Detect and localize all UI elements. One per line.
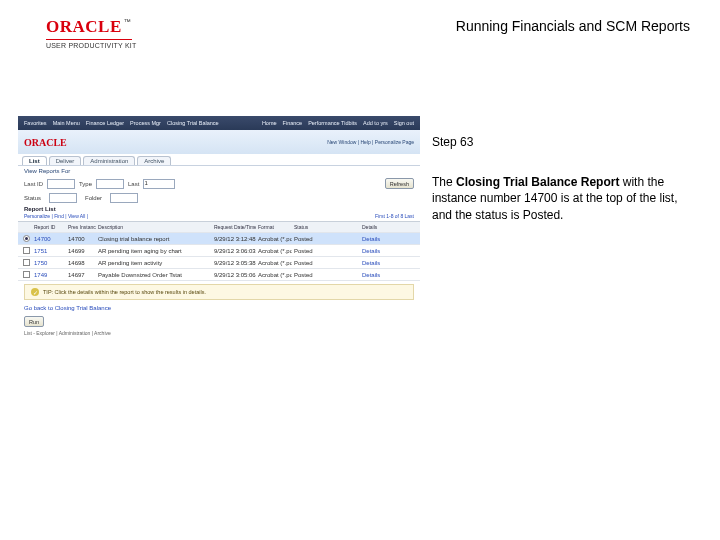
col-details: Details <box>360 224 390 230</box>
cell-report-id[interactable]: 1749 <box>32 272 66 278</box>
cell-format: Acrobat (*.pdf) <box>256 236 292 242</box>
tip-icon: ✓ <box>31 288 39 296</box>
cell-status: Posted <box>292 260 328 266</box>
col-instance: Pres Instance <box>66 224 96 230</box>
filter-row-1: Last ID Type Last 1 Refresh <box>18 176 420 191</box>
cell-format: Acrobat (*.pdf) <box>256 248 292 254</box>
select-type[interactable] <box>96 179 124 189</box>
cell-format: Acrobat (*.pdf) <box>256 272 292 278</box>
label-status: Status <box>24 195 41 201</box>
col-datetime: Request Date/Time <box>212 224 256 230</box>
topbar-item[interactable]: Finance <box>283 120 303 126</box>
cell-instance: 14699 <box>66 248 96 254</box>
embedded-screenshot: Favorites Main Menu Finance Ledger Proce… <box>18 116 420 334</box>
cell-report-id[interactable]: 1750 <box>32 260 66 266</box>
report-grid: Report ID Pres Instance Description Requ… <box>18 221 420 281</box>
label-lastid: Last ID <box>24 181 43 187</box>
cell-status: Posted <box>292 248 328 254</box>
cell-instance: 14700 <box>66 236 96 242</box>
logo-subtitle: USER PRODUCTIVITY KIT <box>46 42 136 49</box>
tab-list[interactable]: List <box>22 156 47 165</box>
grid-meta-right[interactable]: First 1-8 of 8 Last <box>375 213 414 219</box>
col-description: Description <box>96 224 212 230</box>
logo-tm: ™ <box>124 18 131 25</box>
col-status: Status <box>292 224 328 230</box>
cell-datetime: 9/29/12 3:12:48PM <box>212 236 256 242</box>
tab-deliver[interactable]: Deliver <box>49 156 82 165</box>
table-row[interactable]: 14700 14700 Closing trial balance report… <box>18 233 420 245</box>
col-report-id: Report ID <box>32 224 66 230</box>
label-last: Last <box>128 181 139 187</box>
cell-format: Acrobat (*.pdf) <box>256 260 292 266</box>
run-button[interactable]: Run <box>24 316 44 327</box>
cell-description: Closing trial balance report <box>96 236 212 242</box>
cell-status: Posted <box>292 272 328 278</box>
app-topbar: Favorites Main Menu Finance Ledger Proce… <box>18 116 420 130</box>
grid-meta-left[interactable]: Personalize | Find | View All | <box>24 213 88 219</box>
logo-text: ORACLE <box>46 17 122 36</box>
table-row[interactable]: 1750 14698 AR pending item activity 9/29… <box>18 257 420 269</box>
select-folder[interactable] <box>110 193 138 203</box>
oracle-logo: ORACLE™ USER PRODUCTIVITY KIT <box>46 18 136 49</box>
cell-datetime: 9/29/12 3:05:38PM <box>212 260 256 266</box>
table-row[interactable]: 1751 14699 AR pending item aging by char… <box>18 245 420 257</box>
cell-details[interactable]: Details <box>360 272 390 278</box>
cell-report-id[interactable]: 1751 <box>32 248 66 254</box>
tab-archive[interactable]: Archive <box>137 156 171 165</box>
label-folder: Folder <box>85 195 102 201</box>
footer-links[interactable]: List - Explorer | Administration | Archi… <box>18 330 420 336</box>
topbar-item[interactable]: Closing Trial Balance <box>167 120 219 126</box>
step-label: Step 63 <box>432 134 692 150</box>
cell-instance: 14697 <box>66 272 96 278</box>
cell-instance: 14698 <box>66 260 96 266</box>
topbar-item[interactable]: Main Menu <box>53 120 80 126</box>
input-last[interactable]: 1 <box>143 179 175 189</box>
row-checkbox[interactable] <box>23 247 30 254</box>
row-radio[interactable] <box>23 235 30 242</box>
tip-banner: ✓ TIP: Click the details within the repo… <box>24 284 414 300</box>
cell-details[interactable]: Details <box>360 260 390 266</box>
cell-report-id[interactable]: 14700 <box>32 236 66 242</box>
tab-bar: List Deliver Administration Archive <box>18 154 420 166</box>
page-actions[interactable]: New Window | Help | Personalize Page <box>327 139 414 145</box>
topbar-item[interactable]: Sign out <box>394 120 414 126</box>
select-lastid[interactable] <box>47 179 75 189</box>
label-type: Type <box>79 181 92 187</box>
cell-datetime: 9/29/12 3:05:06PM <box>212 272 256 278</box>
topbar-item[interactable]: Favorites <box>24 120 47 126</box>
cell-description: AR pending item activity <box>96 260 212 266</box>
select-status[interactable] <box>49 193 77 203</box>
report-list-header: Report List <box>18 205 420 213</box>
topbar-item[interactable]: Process Mgr <box>130 120 161 126</box>
grid-header-row: Report ID Pres Instance Description Requ… <box>18 222 420 233</box>
tab-administration[interactable]: Administration <box>83 156 135 165</box>
topbar-item[interactable]: Performance Tidbits <box>308 120 357 126</box>
row-checkbox[interactable] <box>23 259 30 266</box>
go-back-link[interactable]: Go back to Closing Trial Balance <box>18 303 420 313</box>
filter-row-2: Status Folder <box>18 191 420 205</box>
topbar-item[interactable]: Finance Ledger <box>86 120 124 126</box>
instruction-text: The Closing Trial Balance Report with th… <box>432 174 692 223</box>
cell-details[interactable]: Details <box>360 236 390 242</box>
topbar-item[interactable]: Add to yrs <box>363 120 388 126</box>
logo-divider <box>46 39 132 40</box>
cell-datetime: 9/29/12 3:06:03PM <box>212 248 256 254</box>
instruction-bold: Closing Trial Balance Report <box>456 175 619 189</box>
instruction-pre: The <box>432 175 456 189</box>
cell-status: Posted <box>292 236 328 242</box>
app-banner: ORACLE New Window | Help | Personalize P… <box>18 130 420 154</box>
col-format: Format <box>256 224 292 230</box>
cell-details[interactable]: Details <box>360 248 390 254</box>
cell-description: AR pending item aging by chart <box>96 248 212 254</box>
table-row[interactable]: 1749 14697 Payable Downsized Order Tstat… <box>18 269 420 281</box>
cell-description: Payable Downsized Order Tstat <box>96 272 212 278</box>
section-title: View Reports For <box>18 166 420 176</box>
topbar-item[interactable]: Home <box>262 120 277 126</box>
tip-text: TIP: Click the details within the report… <box>43 289 206 295</box>
refresh-button[interactable]: Refresh <box>385 178 414 189</box>
page-title: Running Financials and SCM Reports <box>456 18 690 34</box>
app-logo: ORACLE <box>24 137 67 148</box>
row-checkbox[interactable] <box>23 271 30 278</box>
